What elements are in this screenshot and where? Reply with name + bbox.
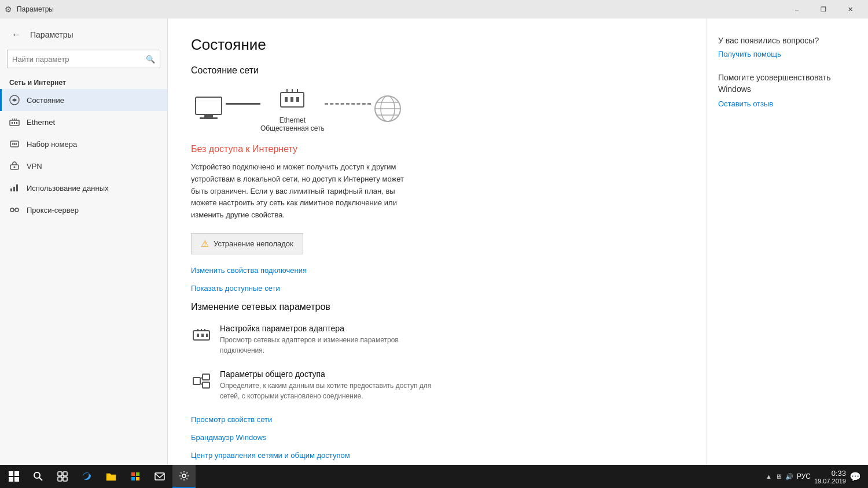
taskbar-sys-icons: ▲ 🖥 🔊 bbox=[766, 473, 793, 480]
sidebar-label-proxy: Прокси-сервер bbox=[27, 206, 79, 215]
svg-rect-45 bbox=[63, 477, 67, 481]
change-section-title: Изменение сетевых параметров bbox=[191, 302, 683, 312]
close-button[interactable]: ✕ bbox=[837, 0, 863, 19]
date-display: 19.07.2019 bbox=[814, 478, 846, 485]
svg-rect-44 bbox=[58, 477, 62, 481]
sharing-settings-item: Параметры общего доступа Определите, к к… bbox=[191, 369, 683, 401]
svg-rect-37 bbox=[14, 471, 19, 476]
sidebar-item-proxy[interactable]: Прокси-сервер bbox=[0, 199, 167, 221]
sidebar-item-status[interactable]: Состояние bbox=[0, 89, 167, 111]
change-connection-link[interactable]: Изменить свойства подключения bbox=[191, 266, 683, 275]
vpn-icon bbox=[9, 161, 20, 171]
title-bar-left: ⚙ Параметры bbox=[5, 5, 54, 14]
sidebar-item-data-usage[interactable]: Использование данных bbox=[0, 177, 167, 199]
svg-rect-50 bbox=[155, 473, 164, 480]
svg-point-15 bbox=[15, 208, 19, 212]
back-button[interactable]: ← bbox=[7, 25, 25, 44]
sidebar-item-ethernet[interactable]: Ethernet bbox=[0, 111, 167, 133]
sidebar-item-vpn[interactable]: VPN bbox=[0, 155, 167, 177]
status-description: Устройство подключено и может получить д… bbox=[191, 161, 422, 221]
svg-rect-21 bbox=[285, 97, 288, 102]
svg-rect-3 bbox=[14, 122, 15, 124]
edge-browser-button[interactable] bbox=[75, 465, 98, 488]
svg-rect-2 bbox=[12, 122, 13, 124]
svg-rect-42 bbox=[58, 472, 62, 476]
store-button[interactable] bbox=[124, 465, 147, 488]
svg-rect-32 bbox=[206, 334, 208, 337]
search-box[interactable]: 🔍 bbox=[7, 50, 160, 68]
settings-button[interactable] bbox=[172, 465, 196, 488]
sharing-icon bbox=[191, 371, 212, 391]
sharing-desc: Определите, к каким данным вы хотите пре… bbox=[220, 380, 440, 401]
svg-rect-35 bbox=[203, 382, 209, 388]
start-button[interactable] bbox=[2, 465, 25, 488]
mail-button[interactable] bbox=[148, 465, 171, 488]
task-view-button[interactable] bbox=[51, 465, 74, 488]
svg-rect-12 bbox=[13, 187, 15, 191]
svg-rect-4 bbox=[16, 122, 17, 124]
data-usage-icon bbox=[9, 183, 20, 193]
taskbar-left bbox=[2, 465, 196, 488]
svg-point-7 bbox=[14, 143, 16, 145]
taskbar: ▲ 🖥 🔊 РУС 0:33 19.07.2019 💬 bbox=[0, 465, 868, 488]
adapter-desc: Просмотр сетевых адаптеров и изменение п… bbox=[220, 335, 440, 356]
ethernet-icon bbox=[9, 117, 20, 127]
svg-rect-43 bbox=[63, 472, 67, 476]
sidebar-label-vpn: VPN bbox=[27, 162, 42, 171]
up-arrow-icon[interactable]: ▲ bbox=[766, 473, 772, 480]
ethernet-device-icon bbox=[275, 85, 310, 114]
search-input[interactable] bbox=[12, 55, 146, 64]
network-diagram: Ethernet Общественная сеть bbox=[191, 85, 683, 132]
svg-rect-17 bbox=[196, 97, 222, 114]
right-panel: У вас появились вопросы? Получить помощь… bbox=[706, 19, 868, 465]
sidebar-app-title: Параметры bbox=[30, 30, 73, 39]
sidebar: ← Параметры 🔍 Сеть и Интернет Состояние bbox=[0, 19, 168, 465]
network-center-link[interactable]: Центр управления сетями и общим доступом bbox=[191, 451, 683, 460]
svg-rect-18 bbox=[204, 114, 213, 117]
svg-rect-47 bbox=[136, 472, 139, 476]
troubleshoot-button[interactable]: ⚠ Устранение неполадок bbox=[191, 233, 303, 254]
warning-icon: ⚠ bbox=[201, 238, 209, 249]
svg-rect-19 bbox=[200, 117, 218, 119]
volume-icon[interactable]: 🔊 bbox=[785, 473, 793, 480]
svg-rect-11 bbox=[10, 188, 12, 191]
help-title: У вас появились вопросы? bbox=[718, 36, 856, 45]
svg-rect-30 bbox=[197, 334, 199, 337]
net-line-dashed bbox=[325, 103, 371, 105]
search-icon: 🔍 bbox=[146, 55, 155, 64]
troubleshoot-label: Устранение неполадок bbox=[214, 239, 293, 248]
title-bar-title: Параметры bbox=[17, 5, 54, 13]
firewall-link[interactable]: Брандмауэр Windows bbox=[191, 433, 683, 442]
improve-link[interactable]: Оставить отзыв bbox=[718, 99, 856, 108]
svg-rect-31 bbox=[201, 334, 204, 337]
sidebar-section-title: Сеть и Интернет bbox=[0, 74, 167, 89]
sidebar-label-data-usage: Использование данных bbox=[27, 184, 109, 193]
svg-rect-48 bbox=[131, 477, 135, 480]
no-internet-status: Без доступа к Интернету bbox=[191, 144, 683, 154]
svg-point-40 bbox=[34, 472, 40, 478]
maximize-button[interactable]: ❐ bbox=[810, 0, 837, 19]
language-indicator: РУС bbox=[797, 472, 811, 480]
svg-rect-23 bbox=[296, 97, 299, 102]
sidebar-label-ethernet: Ethernet bbox=[27, 118, 55, 127]
svg-rect-49 bbox=[136, 477, 139, 480]
adapter-icon bbox=[191, 325, 212, 346]
explorer-button[interactable] bbox=[100, 465, 123, 488]
show-networks-link[interactable]: Показать доступные сети bbox=[191, 284, 683, 293]
search-taskbar-button[interactable] bbox=[27, 465, 50, 488]
svg-point-6 bbox=[12, 143, 14, 145]
network-taskbar-icon[interactable]: 🖥 bbox=[775, 473, 782, 480]
help-link[interactable]: Получить помощь bbox=[718, 50, 856, 58]
notification-icon[interactable]: 💬 bbox=[849, 471, 861, 482]
svg-rect-46 bbox=[131, 472, 135, 476]
dialup-icon bbox=[9, 139, 20, 149]
minimize-button[interactable]: – bbox=[784, 0, 810, 19]
view-props-link[interactable]: Просмотр свойств сети bbox=[191, 415, 683, 424]
adapter-settings-item: Настройка параметров адаптера Просмотр с… bbox=[191, 324, 683, 356]
improve-title: Помогите усовершенствовать Windows bbox=[718, 72, 856, 95]
svg-rect-36 bbox=[9, 471, 13, 476]
adapter-title: Настройка параметров адаптера bbox=[220, 324, 683, 333]
svg-point-51 bbox=[182, 474, 186, 478]
sharing-title: Параметры общего доступа bbox=[220, 369, 683, 379]
sidebar-item-dialup[interactable]: Набор номера bbox=[0, 133, 167, 155]
